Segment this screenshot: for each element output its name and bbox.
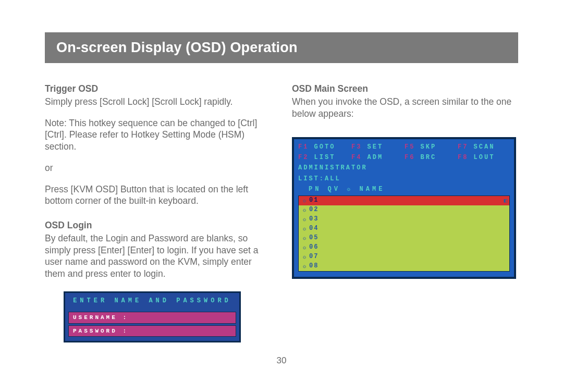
osd-list-line: LIST:ALL xyxy=(298,174,510,184)
login-password-row: PASSWORD : xyxy=(68,325,236,337)
flabel: LOUT xyxy=(474,154,495,161)
flabel: ADM xyxy=(368,154,384,161)
fkey: F4 xyxy=(351,154,362,161)
osd-main-p1: When you invoke the OSD, a screen simila… xyxy=(292,96,518,120)
osd-fkey-menu: F1 GOTO F3 SET F5 SKP F7 SCAN F2 LIST F4… xyxy=(298,142,510,162)
osd-port-row: ☼ 04 xyxy=(299,224,509,234)
trigger-osd-p1: Simply press [Scroll Lock] [Scroll Lock]… xyxy=(45,96,271,108)
port-icon: ☼ xyxy=(301,198,308,204)
osd-port-list: ☼ 01 ◧ ☼ 02 ☼ 03 ☼ 04 xyxy=(298,195,510,272)
port-icon: ☼ xyxy=(301,207,308,213)
osd-port-row: ☼ 06 xyxy=(299,243,509,252)
port-num: 08 xyxy=(309,262,319,271)
trigger-osd-heading: Trigger OSD xyxy=(45,83,271,95)
trigger-osd-p4: Press [KVM OSD] Button that is located o… xyxy=(45,183,271,207)
trigger-osd-p3: or xyxy=(45,162,271,174)
osd-port-row: ☼ 01 ◧ xyxy=(299,196,509,205)
osd-port-row: ☼ 08 xyxy=(299,262,509,271)
fkey: F8 xyxy=(458,154,468,161)
osd-port-row: ☼ 05 xyxy=(299,234,509,243)
port-icon: ☼ xyxy=(301,216,308,223)
flabel: SKP xyxy=(421,143,437,151)
trigger-osd-p2: Note: This hotkey sequence can be change… xyxy=(45,117,271,153)
osd-port-row: ☼ 02 xyxy=(299,205,509,215)
flabel: BRC xyxy=(421,154,437,161)
flabel: LIST xyxy=(314,154,336,161)
fkey: F5 xyxy=(405,143,415,151)
osd-main-heading: OSD Main Screen xyxy=(292,83,518,95)
right-column: OSD Main Screen When you invoke the OSD,… xyxy=(292,83,518,342)
fkey: F2 xyxy=(298,154,309,161)
flabel: SET xyxy=(368,143,384,151)
fkey: F6 xyxy=(405,154,415,161)
flabel: SCAN xyxy=(474,143,495,151)
osd-column-header: PN QV ☼ NAME xyxy=(298,185,510,195)
page-number: 30 xyxy=(0,356,563,366)
port-num: 03 xyxy=(309,215,319,224)
fkey: F3 xyxy=(351,143,362,151)
port-icon: ☼ xyxy=(301,226,308,232)
port-num: 02 xyxy=(309,206,319,214)
port-icon: ☼ xyxy=(301,263,308,270)
section-header: On-screen Display (OSD) Operation xyxy=(45,32,518,63)
port-num: 07 xyxy=(309,253,319,261)
content-columns: Trigger OSD Simply press [Scroll Lock] [… xyxy=(45,83,518,342)
osd-login-heading: OSD Login xyxy=(45,219,271,231)
login-title: ENTER NAME AND PASSWORD xyxy=(65,293,239,311)
port-num: 01 xyxy=(309,197,319,205)
login-screenshot: ENTER NAME AND PASSWORD USERNAME : PASSW… xyxy=(64,291,241,342)
fkey: F1 xyxy=(298,143,309,151)
port-end-icon: ◧ xyxy=(504,197,507,204)
osd-login-p1: By default, the Login and Password are b… xyxy=(45,232,271,280)
port-num: 05 xyxy=(309,234,319,242)
port-icon: ☼ xyxy=(301,244,308,251)
port-num: 04 xyxy=(309,225,319,233)
port-num: 06 xyxy=(309,243,319,252)
port-icon: ☼ xyxy=(301,254,308,260)
osd-main-screenshot: F1 GOTO F3 SET F5 SKP F7 SCAN F2 LIST F4… xyxy=(292,137,516,279)
port-icon: ☼ xyxy=(301,235,308,241)
fkey: F7 xyxy=(458,143,468,151)
flabel: GOTO xyxy=(314,143,336,151)
osd-admin-line: ADMINISTRATOR xyxy=(298,163,510,173)
page: On-screen Display (OSD) Operation Trigge… xyxy=(0,0,563,392)
osd-port-row: ☼ 03 xyxy=(299,215,509,224)
osd-port-row: ☼ 07 xyxy=(299,252,509,262)
login-username-row: USERNAME : xyxy=(68,312,236,323)
left-column: Trigger OSD Simply press [Scroll Lock] [… xyxy=(45,83,271,342)
